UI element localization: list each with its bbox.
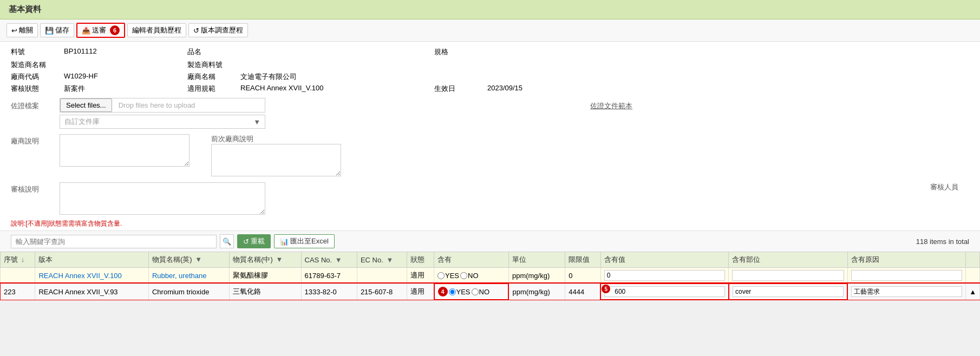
search-input[interactable]: [11, 235, 217, 248]
effective-date-label: 生效日: [434, 84, 483, 94]
review-status-value: 新案件: [64, 84, 183, 94]
contains-no-radio-1[interactable]: [460, 272, 467, 279]
toolbar: ↩ 離關 💾 儲存 📤 送審 6 編輯者員動歷程 ↺ 版本調查歷程: [0, 19, 980, 42]
total-count: 118 items in total: [916, 238, 969, 246]
col-version: 版本: [35, 252, 149, 268]
contains-yes-label-2[interactable]: YES: [449, 288, 471, 296]
cell-seq-2: 223: [1, 284, 35, 300]
col-content-reason: 含有原因: [847, 252, 966, 268]
cell-content-reason-1[interactable]: [847, 268, 966, 284]
reset-label: 重載: [251, 236, 265, 246]
contains-no-label-1[interactable]: NO: [460, 272, 479, 280]
col-limit: 限限值: [565, 252, 600, 268]
table-wrapper: 序號 ↓ 版本 物質名稱(英) ▼ 物質名稱(中) ▼ CAS No. ▼ EC…: [0, 252, 980, 300]
contains-no-radio-2[interactable]: [472, 288, 479, 295]
cell-contains-2: 4 YES NO: [434, 284, 509, 300]
col-scroll: [966, 252, 980, 268]
filter-icon-en[interactable]: ▼: [195, 255, 202, 263]
cell-cas-2: 1333-82-0: [301, 284, 357, 300]
table-header-row: 序號 ↓ 版本 物質名稱(英) ▼ 物質名稱(中) ▼ CAS No. ▼ EC…: [1, 252, 980, 268]
vendor-desc-textarea[interactable]: [60, 134, 190, 167]
content-reason-input-1[interactable]: [851, 270, 963, 281]
edit-history-button[interactable]: 編輯者員動歷程: [127, 23, 186, 37]
contains-yes-radio-1[interactable]: [437, 272, 445, 279]
reviewer-label: 審核人員: [930, 182, 958, 192]
submit-button[interactable]: 📤 送審 6: [76, 23, 125, 38]
contains-yes-radio-2[interactable]: [449, 288, 456, 295]
col-status: 狀態: [407, 252, 434, 268]
cell-content-part-1[interactable]: [729, 268, 847, 284]
drop-hint: Drop files here to upload: [112, 99, 202, 111]
contains-no-label-2[interactable]: NO: [472, 288, 490, 296]
col-cas: CAS No. ▼: [301, 252, 357, 268]
cell-status-1: 適用: [407, 268, 434, 284]
cell-version-2: REACH Annex XVII_V.93: [35, 284, 149, 300]
save-icon: 💾: [45, 27, 54, 35]
header-tab: 基本資料: [0, 0, 980, 19]
empty3: [434, 72, 483, 82]
review-desc-textarea[interactable]: [60, 182, 265, 215]
vendor-code-label: 廠商代碼: [11, 72, 60, 82]
contains-radio-group-2: 4 YES NO: [438, 287, 505, 296]
select-files-button[interactable]: Select files...: [60, 98, 112, 112]
reset-button[interactable]: ↺ 重載: [237, 234, 271, 248]
search-icon: 🔍: [223, 238, 231, 246]
empty1: [434, 60, 483, 70]
search-bar: 🔍 ↺ 重載 📊 匯出至Excel 118 items in total: [0, 230, 980, 252]
badge-4: 4: [438, 287, 448, 296]
cell-content-val-1[interactable]: [600, 268, 729, 284]
custom-doc-select[interactable]: 自訂文件庫 ▼: [60, 115, 265, 129]
save-button[interactable]: 💾 儲存: [40, 23, 74, 37]
content-val-input-2[interactable]: [604, 286, 725, 297]
version-review-button[interactable]: ↺ 版本調查歷程: [188, 23, 248, 37]
mfr-part-no-label: 製造商料號: [187, 60, 236, 70]
col-substance-en: 物質名稱(英) ▼: [148, 252, 229, 268]
contains-yes-label-1[interactable]: YES: [437, 272, 459, 280]
review-status-label: 審核狀態: [11, 84, 60, 94]
vendor-name-value: 文迪電子有限公司: [240, 72, 430, 82]
filter-icon-cas[interactable]: ▼: [335, 256, 342, 264]
vendor-name-label: 廠商名稱: [187, 72, 236, 82]
content-part-input-2[interactable]: [733, 286, 844, 297]
header-tab-label: 基本資料: [9, 4, 41, 14]
close-label: 離關: [19, 25, 33, 35]
col-contains: 含有: [434, 252, 509, 268]
sort-icon[interactable]: ↓: [21, 255, 25, 263]
applicable-spec-label: 適用規範: [187, 84, 236, 94]
mfr-part-no-value: [240, 60, 430, 70]
evidence-sample-label[interactable]: 佐證文件範本: [590, 102, 632, 110]
spec-label: 規格: [434, 47, 483, 57]
cell-scroll-1: [966, 268, 980, 284]
mfr-name-value: [64, 60, 183, 70]
custom-doc-placeholder: 自訂文件庫: [64, 117, 253, 127]
version-review-label: 版本調查歷程: [201, 25, 243, 35]
col-unit: 單位: [508, 252, 565, 268]
close-icon: ↩: [11, 27, 17, 35]
filter-icon-zh[interactable]: ▼: [276, 255, 283, 263]
close-button[interactable]: ↩ 離關: [6, 23, 38, 37]
col-seq: 序號 ↓: [1, 252, 35, 268]
applicable-spec-value: REACH Annex XVII_V.100: [240, 84, 430, 94]
empty4: [487, 72, 969, 82]
cell-content-val-2[interactable]: 5: [600, 284, 729, 300]
filter-icon-ec[interactable]: ▼: [386, 256, 393, 264]
content-part-input-1[interactable]: [732, 270, 844, 281]
content-val-input-1[interactable]: [604, 270, 726, 281]
excel-button[interactable]: 📊 匯出至Excel: [274, 234, 335, 248]
excel-label: 匯出至Excel: [290, 236, 329, 246]
cell-substance-en-1: Rubber, urethane: [148, 268, 229, 284]
notice-text: 說明:[不適用]狀態需需填富含物質含量.: [11, 220, 122, 227]
cell-substance-en-2: Chromium trioxide: [148, 284, 229, 300]
submit-label: 送審: [92, 25, 106, 35]
save-label: 儲存: [55, 25, 69, 35]
cell-content-reason-2[interactable]: [847, 284, 966, 300]
search-button[interactable]: 🔍: [220, 234, 234, 248]
excel-icon: 📊: [280, 238, 289, 246]
content-reason-input-2[interactable]: [851, 286, 962, 297]
prev-vendor-desc-textarea[interactable]: [211, 144, 341, 176]
cell-ec-2: 215-607-8: [357, 284, 407, 300]
cell-content-part-2[interactable]: [729, 284, 847, 300]
cell-limit-2: 4444: [565, 284, 600, 300]
dropdown-arrow-icon: ▼: [253, 118, 260, 126]
cell-version-1: REACH Annex XVII_V.100: [35, 268, 149, 284]
